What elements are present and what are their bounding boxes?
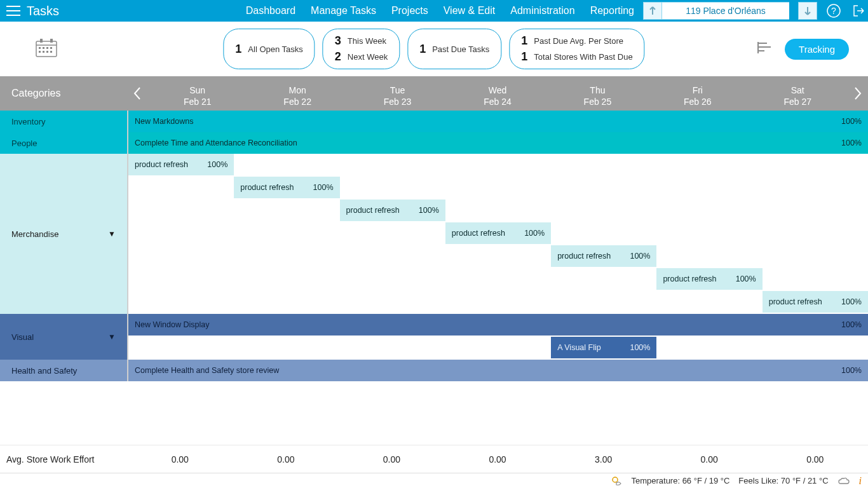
pill-label: Past Due Tasks — [432, 44, 489, 54]
category-visual[interactable]: Visual▼ — [0, 314, 127, 360]
svg-rect-9 — [39, 47, 41, 49]
pill-label: All Open Tasks — [248, 44, 302, 54]
svg-point-21 — [613, 477, 618, 482]
location-selector[interactable]: 119 Place d'Orléans — [662, 2, 789, 20]
task-bar[interactable]: Complete Health and Safety store review1… — [128, 360, 868, 381]
svg-rect-12 — [50, 47, 52, 49]
pill-num: 1 — [521, 50, 527, 64]
lane-inventory: New Markdowns100% — [128, 111, 868, 132]
info-icon[interactable]: i — [859, 475, 862, 487]
svg-rect-11 — [46, 47, 48, 49]
nav-projects[interactable]: Projects — [391, 5, 428, 17]
next-location-button[interactable] — [798, 2, 817, 20]
svg-text:?: ? — [831, 6, 836, 16]
day-header: WedFeb 24 — [447, 79, 547, 107]
category-merchandise[interactable]: Merchandise▼ — [0, 154, 127, 314]
help-icon[interactable]: ? — [825, 2, 843, 20]
chevron-down-icon[interactable]: ▼ — [108, 229, 116, 238]
category-people[interactable]: People — [0, 132, 127, 154]
pill-num: 1 — [521, 34, 527, 48]
pill-past-due[interactable]: 1Past Due Tasks — [407, 29, 501, 69]
gantt-rows: Inventory People Merchandise▼ Visual▼ He… — [0, 111, 868, 381]
effort-value: 0.00 — [339, 454, 445, 464]
effort-value: 0.00 — [656, 454, 763, 464]
day-header: ThuFeb 25 — [548, 79, 648, 107]
top-nav-bar: Tasks Dashboard Manage Tasks Projects Vi… — [0, 0, 868, 22]
task-bar[interactable]: product refresh100% — [763, 291, 868, 313]
pill-num: 1 — [235, 43, 241, 56]
task-bar[interactable]: product refresh100% — [340, 200, 445, 221]
category-health-safety[interactable]: Health and Safety — [0, 360, 127, 381]
next-week-button[interactable] — [848, 76, 868, 111]
svg-rect-7 — [40, 39, 43, 43]
task-bar[interactable]: New Markdowns100% — [128, 111, 868, 132]
svg-rect-16 — [50, 51, 52, 53]
lane-health: Complete Health and Safety store review1… — [128, 360, 868, 381]
effort-value: 3.00 — [550, 454, 656, 464]
pill-num: 3 — [335, 34, 341, 48]
category-column: Inventory People Merchandise▼ Visual▼ He… — [0, 111, 127, 381]
app-title: Tasks — [27, 4, 59, 18]
summary-row: 1All Open Tasks 3This Week 2Next Week 1P… — [0, 22, 868, 76]
nav-view-edit[interactable]: View & Edit — [444, 5, 496, 17]
pill-all-open[interactable]: 1All Open Tasks — [223, 29, 315, 69]
task-bar[interactable]: Complete Time and Attendance Reconciliat… — [128, 132, 868, 154]
svg-rect-15 — [46, 51, 48, 53]
pill-this-next-week[interactable]: 3This Week 2Next Week — [323, 29, 400, 69]
temperature-label: Temperature: 66 °F / 19 °C — [631, 476, 729, 485]
gantt-lanes: New Markdowns100% Complete Time and Atte… — [127, 111, 868, 381]
menu-icon[interactable] — [6, 5, 20, 17]
pill-label: This Week — [348, 36, 386, 46]
effort-value: 0.00 — [233, 454, 339, 464]
task-bar[interactable]: product refresh100% — [445, 222, 551, 244]
lane-people: Complete Time and Attendance Reconciliat… — [128, 132, 868, 154]
effort-row: Avg. Store Work Effort 0.00 0.00 0.00 0.… — [0, 445, 868, 473]
day-header: SatFeb 27 — [748, 79, 848, 107]
logout-icon[interactable] — [850, 2, 868, 20]
pill-label: Next Week — [348, 52, 388, 62]
feels-like-label: Feels Like: 70 °F / 21 °C — [738, 476, 828, 485]
main-nav: Dashboard Manage Tasks Projects View & E… — [246, 0, 634, 22]
gantt-view-icon[interactable] — [757, 41, 773, 57]
effort-value: 0.00 — [127, 454, 233, 464]
effort-value: 0.00 — [445, 454, 551, 464]
weather-icon — [611, 475, 622, 487]
day-header: FriFeb 26 — [648, 79, 747, 107]
pill-num: 1 — [419, 43, 426, 56]
task-bar[interactable]: A Visual Flip100% — [551, 337, 656, 358]
day-header: MonFeb 22 — [247, 79, 347, 107]
summary-pills: 1All Open Tasks 3This Week 2Next Week 1P… — [223, 29, 644, 69]
effort-label: Avg. Store Work Effort — [0, 454, 127, 464]
tracking-button[interactable]: Tracking — [785, 39, 849, 60]
pill-past-due-stores[interactable]: 1Past Due Avg. Per Store 1Total Stores W… — [509, 29, 644, 69]
task-bar[interactable]: New Window Display100% — [128, 314, 868, 336]
chevron-down-icon[interactable]: ▼ — [108, 332, 116, 341]
lane-visual: New Window Display100% A Visual Flip100% — [128, 314, 868, 360]
pill-num: 2 — [335, 50, 341, 64]
location-label: 119 Place d'Orléans — [686, 6, 766, 16]
nav-reporting[interactable]: Reporting — [590, 5, 634, 17]
calendar-icon[interactable] — [36, 38, 57, 60]
svg-rect-14 — [43, 51, 44, 53]
day-header: TueFeb 23 — [348, 79, 447, 107]
category-inventory[interactable]: Inventory — [0, 111, 127, 132]
task-bar[interactable]: product refresh100% — [551, 245, 656, 267]
task-bar[interactable]: product refresh100% — [234, 177, 339, 198]
pill-label: Past Due Avg. Per Store — [534, 36, 623, 46]
task-bar[interactable]: product refresh100% — [656, 268, 762, 290]
prev-week-button[interactable] — [127, 76, 147, 111]
categories-header: Categories — [0, 88, 127, 99]
effort-value: 0.00 — [762, 454, 868, 464]
column-header-row: Categories SunFeb 21 MonFeb 22 TueFeb 23… — [0, 76, 868, 111]
nav-manage-tasks[interactable]: Manage Tasks — [311, 5, 376, 17]
prev-location-button[interactable] — [643, 2, 662, 20]
day-headers: SunFeb 21 MonFeb 22 TueFeb 23 WedFeb 24 … — [147, 79, 848, 107]
status-bar: Temperature: 66 °F / 19 °C Feels Like: 7… — [0, 473, 868, 488]
svg-rect-13 — [39, 51, 41, 53]
nav-administration[interactable]: Administration — [510, 5, 574, 17]
day-header: SunFeb 21 — [147, 79, 247, 107]
svg-rect-10 — [43, 47, 44, 49]
task-bar[interactable]: product refresh100% — [128, 154, 234, 175]
svg-rect-8 — [50, 39, 53, 43]
nav-dashboard[interactable]: Dashboard — [246, 5, 295, 17]
